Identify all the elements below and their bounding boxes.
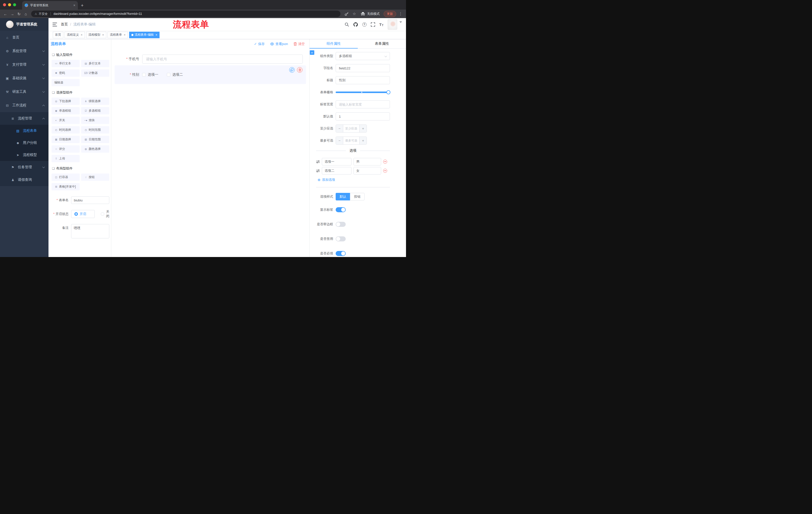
toggle-switch[interactable] — [336, 236, 346, 241]
hamburger-icon[interactable] — [53, 23, 57, 26]
sidebar-item-home[interactable]: ⌂ 首页 — [0, 31, 49, 44]
avatar-caret-icon[interactable] — [400, 21, 402, 23]
sidebar-item-task-management[interactable]: ⚑ 任务管理 — [0, 161, 49, 173]
tag-close-icon[interactable] — [155, 33, 157, 36]
forward-icon[interactable]: → — [9, 12, 16, 16]
increase-button[interactable]: + — [359, 137, 367, 144]
palette-item[interactable]: ◎ 下拉选择 — [52, 98, 80, 105]
sidebar-item-payment-management[interactable]: ¥ 支付管理 — [0, 58, 49, 72]
search-icon[interactable] — [345, 22, 349, 27]
palette-item[interactable]: ◴ 时间选择 — [52, 126, 80, 134]
phone-input[interactable] — [142, 55, 303, 64]
form-remark-textarea[interactable]: 嘿嘿 — [71, 224, 109, 238]
maximize-window-button[interactable] — [13, 3, 16, 6]
copy-component-button[interactable] — [289, 67, 295, 73]
palette-item[interactable]: ☝ 按钮 — [81, 173, 109, 181]
decrease-button[interactable]: − — [336, 125, 343, 132]
palette-item[interactable]: ◉ 单选框组 — [52, 107, 80, 114]
component-type-select[interactable]: 多选框组 — [336, 52, 390, 60]
palette-item[interactable]: ◐ 开关 — [52, 117, 80, 124]
field-name-input[interactable] — [336, 64, 390, 72]
address-bar[interactable]: ⚠ 不安全 dashboard.yudao.iocoder.cn/bpm/man… — [31, 10, 341, 17]
sidebar-item-process-form[interactable]: ▤ 流程表单 — [0, 125, 49, 137]
increase-button[interactable]: + — [359, 125, 367, 132]
tab-component-props[interactable]: 组件属性 — [310, 39, 358, 48]
phone-field-row[interactable]: 手机号 — [115, 55, 303, 64]
palette-item[interactable]: ▦ 日期选择 — [52, 136, 80, 143]
palette-item[interactable]: ▧ 日期范围 — [81, 136, 109, 143]
min-select-value[interactable]: 至少应选 — [343, 125, 359, 132]
title-input[interactable] — [336, 76, 390, 84]
toggle-switch[interactable] — [336, 222, 346, 227]
minimize-window-button[interactable] — [8, 3, 11, 6]
fullscreen-icon[interactable] — [371, 22, 375, 27]
label-width-input[interactable] — [336, 100, 390, 108]
palette-item[interactable]: ▭ 单行文本 — [52, 60, 80, 67]
avatar[interactable] — [388, 19, 397, 30]
palette-item[interactable]: 123 计数器 — [81, 70, 109, 77]
tag-item[interactable]: 流程表单-编辑 — [129, 32, 160, 38]
checkbox-option[interactable]: 选项一 — [142, 73, 158, 77]
style-button-button[interactable]: 按钮 — [350, 193, 365, 200]
sidebar-item-process-management[interactable]: ≣ 流程管理 — [0, 112, 49, 125]
tab-close-icon[interactable]: × — [74, 3, 76, 7]
save-button[interactable]: ✓ 保存 — [254, 42, 265, 46]
decrease-button[interactable]: − — [336, 137, 343, 144]
slider-handle[interactable] — [386, 90, 390, 94]
drag-handle-icon[interactable] — [316, 169, 320, 172]
sidebar-item-user-group[interactable]: ☻ 用户分组 — [0, 137, 49, 149]
security-label[interactable]: 不安全 — [39, 12, 48, 16]
sidebar-logo[interactable]: 芋道管理系统 — [0, 18, 49, 31]
sidebar-item-system-management[interactable]: ⚙ 系统管理 — [0, 44, 49, 58]
breadcrumb-home[interactable]: 首页 — [61, 22, 68, 27]
option-value-input[interactable] — [353, 158, 381, 165]
help-icon[interactable]: ? — [362, 22, 367, 27]
option-value-input[interactable] — [353, 167, 381, 174]
checkbox-option[interactable]: 选项二 — [167, 73, 183, 77]
grid-slider[interactable] — [336, 88, 390, 96]
clear-button[interactable]: 清空 — [293, 42, 305, 46]
back-icon[interactable]: ← — [2, 12, 9, 16]
palette-item[interactable]: ▤ 多行文本 — [81, 60, 109, 67]
tag-close-icon[interactable] — [124, 33, 126, 36]
add-option-button[interactable]: ⊕ 添加选项 — [318, 178, 390, 182]
toggle-switch[interactable] — [336, 207, 346, 212]
palette-item[interactable]: ⊞ 表格[开发中] — [52, 183, 80, 190]
github-icon[interactable] — [353, 22, 358, 27]
option-name-input[interactable] — [322, 158, 351, 165]
font-size-icon[interactable]: TT — [379, 22, 383, 27]
tag-item[interactable]: 流程表单 — [108, 32, 128, 38]
max-select-value[interactable]: 最多可选 — [343, 137, 359, 144]
remove-option-icon[interactable] — [383, 169, 387, 173]
browser-tab[interactable]: 芋道管理系统 × — [22, 1, 78, 9]
palette-item[interactable]: ⇧ 上传 — [52, 155, 80, 162]
browser-menu-icon[interactable]: ⋮ — [399, 11, 403, 16]
palette-item[interactable]: ✱ 密码 — [52, 70, 80, 77]
sidebar-item-leave-query[interactable]: ♟ 请假查询 — [0, 173, 49, 186]
sidebar-item-devtools[interactable]: ⚒ 研发工具 — [0, 85, 49, 99]
palette-item[interactable]: ☆ 评分 — [52, 145, 80, 153]
reload-icon[interactable]: ↻ — [16, 12, 22, 16]
tag-close-icon[interactable] — [102, 33, 104, 36]
sidebar-item-process-model[interactable]: ➤ 流程模型 — [0, 149, 49, 161]
view-json-button[interactable]: 查看json — [270, 42, 288, 46]
palette-item[interactable]: ─● 滑块 — [81, 117, 109, 124]
sidebar-item-infrastructure[interactable]: ▣ 基础设施 — [0, 72, 49, 85]
option-name-input[interactable] — [322, 167, 351, 174]
tab-form-props[interactable]: 表单属性 — [358, 39, 406, 48]
palette-item[interactable]: ⋔ 级联选择 — [81, 98, 109, 105]
palette-item[interactable]: ◷ 时间范围 — [81, 126, 109, 134]
palette-item[interactable]: 编辑器 — [52, 79, 80, 86]
key-icon[interactable] — [344, 12, 349, 16]
new-tab-button[interactable]: + — [81, 3, 84, 8]
selected-component[interactable]: 性别 选项一 — [115, 65, 306, 84]
remove-option-icon[interactable] — [383, 160, 387, 164]
tag-close-icon[interactable] — [81, 33, 83, 36]
browser-home-icon[interactable]: ⌂ — [22, 12, 29, 16]
drag-handle-icon[interactable] — [316, 160, 320, 163]
delete-component-button[interactable] — [297, 67, 302, 73]
palette-item[interactable]: ◫ 行容器 — [52, 173, 80, 181]
link-icon[interactable]: ∞ — [310, 50, 314, 55]
toggle-switch[interactable] — [336, 251, 346, 256]
form-name-input[interactable] — [71, 196, 109, 204]
